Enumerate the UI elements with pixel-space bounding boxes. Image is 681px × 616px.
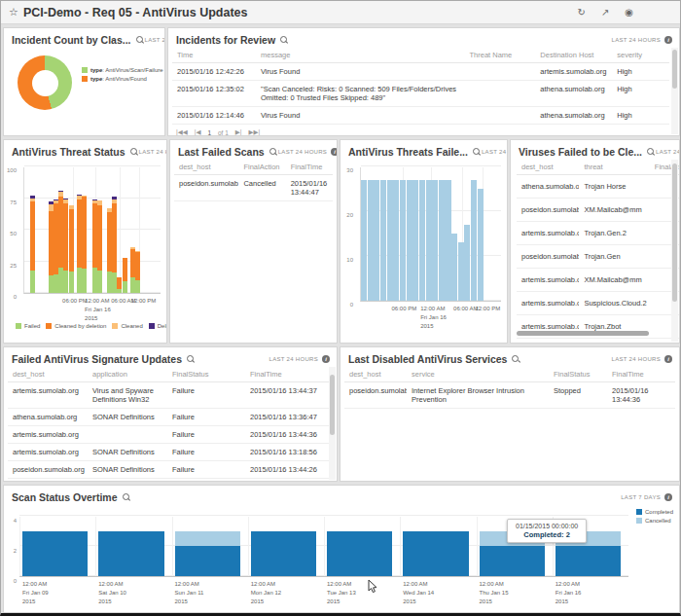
table-row[interactable]: poseidon.sumolab.orgTrojan.Gen: [517, 245, 679, 269]
stacked-bar[interactable]: [92, 199, 97, 293]
column-header[interactable]: FinalAction: [238, 160, 285, 175]
horizontal-scrollbar[interactable]: [517, 331, 649, 336]
bar[interactable]: [458, 242, 464, 301]
column-header[interactable]: Destination Host: [535, 48, 612, 63]
column-header[interactable]: severity: [612, 48, 669, 63]
refresh-icon[interactable]: ↻: [577, 7, 585, 18]
table-row[interactable]: poseidon.sumolab.org: [517, 339, 679, 344]
magnifier-icon[interactable]: [136, 36, 145, 45]
table-row[interactable]: artemis.sumolab.orgVirus and Spyware Def…: [8, 382, 329, 409]
column-header[interactable]: dest_host: [8, 367, 88, 382]
stacked-bar[interactable]: [54, 199, 58, 293]
bar[interactable]: [432, 180, 438, 301]
table-row[interactable]: poseidon.sumolab.orgInternet Explorer Br…: [344, 382, 675, 409]
stacked-bar[interactable]: [112, 197, 117, 293]
bar[interactable]: [387, 180, 393, 301]
bar[interactable]: [464, 225, 470, 301]
magnifier-icon[interactable]: [512, 355, 520, 364]
bar[interactable]: [374, 180, 379, 301]
column-header[interactable]: dest_host: [344, 367, 407, 382]
stacked-bar[interactable]: [130, 247, 135, 293]
magnifier-icon[interactable]: [123, 493, 131, 502]
stacked-bar[interactable]: [97, 200, 102, 293]
table-row[interactable]: artemis.sumolab.orgFailure2015/01/16 13:…: [8, 426, 329, 444]
incident-count-donut-chart[interactable]: [18, 55, 72, 110]
last-page-button[interactable]: ▶▶|: [249, 128, 261, 136]
table-row[interactable]: 2015/01/16 12:14:46Virus Foundathena.sum…: [172, 107, 669, 125]
column-header[interactable]: application: [88, 367, 167, 382]
column-header[interactable]: FinalStatus: [167, 367, 245, 382]
table-row[interactable]: 2015/01/16 12:42:26Virus Foundartemis.su…: [172, 63, 669, 81]
column-header[interactable]: dest_host: [174, 160, 238, 175]
stacked-bar[interactable]: [175, 531, 240, 577]
share-icon[interactable]: ◉: [625, 7, 633, 18]
table-row[interactable]: artemis.sumolab.orgSONAR DefinitionsFail…: [8, 444, 329, 461]
bar[interactable]: [412, 180, 418, 301]
table-row[interactable]: poseidon.sumolab.orgSONAR DefinitionsFai…: [8, 461, 329, 479]
table-row[interactable]: poseidon.sumolab.orgCancelled2015/01/16 …: [174, 175, 333, 201]
bar[interactable]: [426, 180, 432, 301]
info-icon[interactable]: i: [664, 36, 672, 44]
bar[interactable]: [419, 180, 425, 301]
stacked-bar[interactable]: [22, 531, 88, 577]
scrollbar[interactable]: [672, 163, 677, 302]
table-row[interactable]: artemis.sumolab.orgTrojan.Gen.2: [517, 222, 679, 245]
threat-status-chart[interactable]: [23, 167, 161, 294]
bar[interactable]: [407, 180, 412, 301]
bar[interactable]: [445, 180, 450, 301]
stacked-bar[interactable]: [82, 196, 87, 293]
column-header[interactable]: threat: [579, 160, 649, 175]
stacked-bar[interactable]: [107, 208, 112, 293]
bar[interactable]: [439, 180, 445, 301]
table-row[interactable]: athena.sumolab.orgSONAR DefinitionsFailu…: [8, 409, 329, 426]
next-page-button[interactable]: ▶|: [235, 128, 242, 136]
table-row[interactable]: 2015/01/16 12:35:02"Scan Canceled: Risks…: [172, 81, 669, 107]
column-header[interactable]: service: [407, 367, 549, 382]
prev-page-button[interactable]: |◀: [195, 128, 201, 136]
magnifier-icon[interactable]: [473, 148, 482, 157]
stacked-bar[interactable]: [123, 258, 127, 293]
magnifier-icon[interactable]: [130, 148, 139, 157]
threats-failed-chart[interactable]: [360, 167, 501, 302]
stacked-bar[interactable]: [327, 531, 392, 577]
table-row[interactable]: artemis.sumolab.orgXM.Mailcab@mm: [517, 269, 679, 292]
stacked-bar[interactable]: [98, 531, 163, 577]
info-icon[interactable]: i: [664, 493, 672, 501]
expand-icon[interactable]: ↗: [601, 7, 609, 18]
first-page-button[interactable]: |◀◀: [176, 128, 188, 136]
column-header[interactable]: dest_host: [517, 160, 579, 175]
stacked-bar[interactable]: [77, 195, 82, 293]
stacked-bar[interactable]: [69, 205, 74, 293]
scrollbar[interactable]: [672, 50, 677, 89]
info-icon[interactable]: i: [331, 148, 338, 156]
stacked-bar[interactable]: [30, 196, 35, 293]
table-row[interactable]: artemis.sumolab.orgSuspicious.Cloud.2: [517, 292, 679, 315]
magnifier-icon[interactable]: [647, 148, 656, 157]
stacked-bar[interactable]: [63, 199, 68, 293]
stacked-bar[interactable]: [251, 531, 316, 577]
bar[interactable]: [471, 180, 477, 301]
column-header[interactable]: Threat Name: [465, 48, 536, 63]
table-row[interactable]: poseidon.sumolab.orgXM.Mailcab@mm: [517, 199, 679, 222]
magnifier-icon[interactable]: [269, 148, 278, 157]
magnifier-icon[interactable]: [280, 36, 289, 45]
table-row[interactable]: athena.sumolab.orgRevocation DataFailure…: [8, 479, 329, 483]
bar[interactable]: [380, 180, 386, 301]
bar[interactable]: [361, 180, 367, 301]
table-row[interactable]: athena.sumolab.orgTrojan Horse: [517, 175, 679, 199]
stacked-bar[interactable]: [58, 191, 63, 293]
column-header[interactable]: FinalTime: [245, 367, 329, 382]
bar[interactable]: [368, 180, 374, 301]
bar[interactable]: [478, 189, 484, 301]
stacked-bar[interactable]: [135, 251, 140, 293]
column-header[interactable]: FinalTime: [286, 160, 333, 175]
stacked-bar[interactable]: [403, 531, 468, 577]
info-icon[interactable]: i: [322, 355, 330, 363]
bar[interactable]: [393, 180, 399, 301]
info-icon[interactable]: i: [664, 355, 672, 363]
bar[interactable]: [400, 180, 406, 301]
column-header[interactable]: message: [256, 48, 465, 63]
column-header[interactable]: FinalTime: [607, 367, 675, 382]
column-header[interactable]: Time: [172, 48, 256, 63]
favorite-star-icon[interactable]: ☆: [9, 6, 18, 18]
